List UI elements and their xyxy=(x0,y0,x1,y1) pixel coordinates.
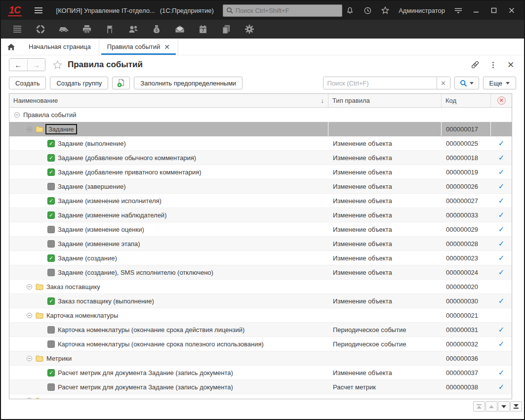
tab-home-page[interactable]: Начальная страница xyxy=(21,39,99,55)
favorites-star-icon[interactable] xyxy=(378,4,393,17)
rule-disabled-checkbox[interactable] xyxy=(47,226,55,233)
fill-predefined-button[interactable]: Заполнить предопределенными xyxy=(134,77,242,89)
table-row[interactable]: Карточка номенклатуры (окончание срока д… xyxy=(9,323,512,337)
money-bag-icon[interactable]: $ xyxy=(151,24,162,35)
rule-disabled-checkbox[interactable] xyxy=(47,183,55,190)
get-link-icon[interactable] xyxy=(470,59,481,70)
scroll-top-button[interactable] xyxy=(473,401,485,412)
table-row[interactable]: Задание (изменение этапа)Изменение объек… xyxy=(9,237,512,251)
create-button[interactable]: Создать xyxy=(9,77,46,89)
table-row[interactable]: ✓Задание (добавление обычного комментари… xyxy=(9,151,512,165)
scroll-up-button[interactable] xyxy=(485,401,497,412)
rule-disabled-checkbox[interactable] xyxy=(47,340,55,348)
users-icon[interactable] xyxy=(128,24,139,35)
table-row[interactable]: ✓Задание (изменение наблюдателей)Изменен… xyxy=(9,208,512,222)
table-row[interactable]: Правила событий xyxy=(9,108,512,122)
rule-enabled-checkbox[interactable]: ✓ xyxy=(47,154,55,162)
collapse-expander-icon[interactable] xyxy=(27,126,32,132)
column-header-disabled[interactable]: ✕ xyxy=(491,94,512,107)
active-mark-cell xyxy=(491,280,512,294)
rule-enabled-checkbox[interactable]: ✓ xyxy=(47,254,55,262)
rule-enabled-checkbox[interactable]: ✓ xyxy=(47,369,55,377)
rule-enabled-checkbox[interactable]: ✓ xyxy=(47,168,55,176)
code-cell: 000000026 xyxy=(442,179,491,193)
table-row[interactable]: Задание (создание), SMS исполнителю (отк… xyxy=(9,265,512,280)
favorite-star-icon[interactable] xyxy=(52,60,63,70)
rule-enabled-checkbox[interactable]: ✓ xyxy=(47,140,55,147)
tab-event-rules[interactable]: Правила событий ✕ xyxy=(99,39,178,55)
table-row[interactable]: Задание (завершение)Изменение объекта000… xyxy=(9,179,512,194)
table-row[interactable]: Расчет метрик для документа Задание (зап… xyxy=(9,380,512,394)
more-menu-icon[interactable] xyxy=(487,59,498,70)
forward-button[interactable]: → xyxy=(27,59,45,71)
close-window-button[interactable] xyxy=(504,4,519,17)
rule-disabled-checkbox[interactable] xyxy=(47,240,55,248)
search-input[interactable] xyxy=(323,77,437,89)
gear-icon[interactable] xyxy=(244,24,255,35)
table-row[interactable]: ✓Расчет метрик для документа Задание (за… xyxy=(9,366,512,380)
rule-enabled-checkbox[interactable]: ✓ xyxy=(47,211,55,219)
maximize-button[interactable] xyxy=(486,4,501,17)
table-row[interactable]: Задание (изменение оценки)Изменение объе… xyxy=(9,222,512,237)
table-row[interactable]: Карточка номенклатуры000000021 xyxy=(9,308,512,323)
table-header: Наименование ↓ Тип правила Код ✕ xyxy=(9,94,512,108)
table-row[interactable] xyxy=(9,394,512,399)
rule-enabled-checkbox[interactable]: ✓ xyxy=(47,197,55,205)
back-button[interactable]: ← xyxy=(9,59,27,71)
more-button[interactable]: Еще xyxy=(483,77,516,89)
scroll-down-button[interactable] xyxy=(498,401,510,412)
mail-icon[interactable] xyxy=(174,24,185,35)
service-menu-icon[interactable] xyxy=(451,4,466,17)
clear-search-icon[interactable]: ✕ xyxy=(437,77,450,89)
notifications-bell-icon[interactable] xyxy=(342,4,357,17)
table-row[interactable]: ✓Задание (изменение исполнителя)Изменени… xyxy=(9,194,512,208)
active-mark-cell xyxy=(491,108,512,122)
table-row[interactable]: ✓Заказ поставщику (выполнение)Изменение … xyxy=(9,294,512,308)
tab-bar: Начальная страница Правила событий ✕ xyxy=(1,39,524,55)
home-icon[interactable] xyxy=(1,39,21,55)
table-row[interactable]: ✓Задание (создание)Изменение объекта0000… xyxy=(9,251,512,265)
documents-icon[interactable] xyxy=(221,24,232,35)
rule-disabled-checkbox[interactable] xyxy=(47,383,55,391)
name-cell: Задание (создание), SMS исполнителю (отк… xyxy=(9,265,328,279)
active-check-icon: ✓ xyxy=(498,296,505,305)
tab-close-icon[interactable]: ✕ xyxy=(164,43,170,50)
collapse-expander-icon[interactable] xyxy=(27,398,32,399)
table-row[interactable]: ✓Задание (выполнение)Изменение объекта00… xyxy=(9,136,512,151)
rule-disabled-checkbox[interactable] xyxy=(47,269,55,276)
rule-type-cell xyxy=(328,351,442,365)
column-header-rule-type[interactable]: Тип правила xyxy=(328,94,442,107)
main-menu-icon[interactable] xyxy=(33,5,44,15)
table-row[interactable]: Метрики000000036 xyxy=(9,351,512,366)
collapse-expander-icon[interactable] xyxy=(27,284,32,290)
collapse-expander-icon[interactable] xyxy=(27,313,32,318)
rule-enabled-checkbox[interactable]: ✓ xyxy=(47,297,55,305)
column-header-code[interactable]: Код xyxy=(442,94,491,107)
minimize-button[interactable] xyxy=(469,4,484,17)
table-row[interactable]: Заказ поставщику000000020 xyxy=(9,280,512,294)
calendar-icon[interactable]: 7 xyxy=(198,24,208,35)
flags-icon[interactable] xyxy=(105,24,116,35)
collapse-expander-icon[interactable] xyxy=(27,356,32,361)
scroll-bottom-button[interactable] xyxy=(510,401,522,412)
printer-icon[interactable] xyxy=(81,24,92,35)
current-user[interactable]: Администратор xyxy=(399,7,445,14)
rule-type-cell: Изменение объекта xyxy=(328,165,442,179)
create-group-button[interactable]: Создать группу xyxy=(50,77,108,89)
rule-disabled-checkbox[interactable] xyxy=(47,326,55,334)
table-row[interactable]: ✓Задание (добавление приватного коммента… xyxy=(9,165,512,179)
create-by-copy-button[interactable] xyxy=(112,77,130,89)
global-search-input[interactable] xyxy=(223,4,342,17)
search-icon xyxy=(226,7,233,14)
collapse-expander-icon[interactable] xyxy=(14,112,20,118)
close-form-icon[interactable]: ✕ xyxy=(505,59,516,70)
table-row[interactable]: Карточка номенклатуры (окончание срока п… xyxy=(9,337,512,351)
history-icon[interactable] xyxy=(360,4,375,17)
truck-icon[interactable] xyxy=(58,24,69,35)
search-options-button[interactable] xyxy=(454,77,479,89)
table-row[interactable]: Задание000000017 xyxy=(9,122,512,136)
target-icon[interactable] xyxy=(35,24,46,35)
menu-list-icon[interactable] xyxy=(12,24,23,35)
column-header-name[interactable]: Наименование ↓ xyxy=(9,94,328,107)
rule-type-cell: Периодическое событие xyxy=(328,323,442,336)
